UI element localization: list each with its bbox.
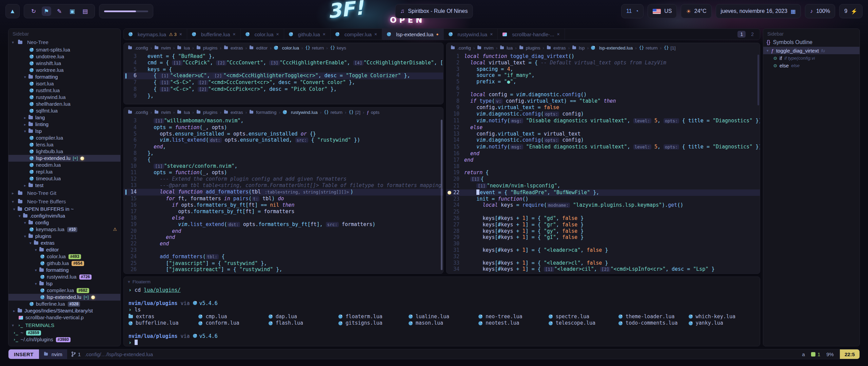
tree-item[interactable]: compiler.lua#682 [8, 287, 120, 294]
tree-item[interactable]: compiler.lua [8, 135, 120, 141]
tree-item[interactable]: undotree.lua [8, 53, 120, 60]
code-area[interactable]: 3 [1]"williamboman/mason.nvim",4 opts = … [124, 117, 443, 273]
listed-file[interactable]: extras [129, 313, 195, 320]
tab-compiler.lua[interactable]: compiler.lua× [331, 29, 382, 40]
listed-file[interactable]: gitsigns.lua [338, 320, 405, 326]
tree-item[interactable]: rustywind.lua#726 [8, 273, 120, 280]
listed-file[interactable]: bufferline.lua [129, 320, 195, 326]
code-line[interactable]: 25 [447, 209, 760, 215]
listed-file[interactable]: floaterm.lua [338, 313, 405, 320]
code-line[interactable]: 7 local config = vim.diagnostic.config() [447, 92, 760, 98]
tab-page-1[interactable]: 1 [737, 31, 746, 38]
tree-item[interactable]: isort.lua [8, 80, 120, 87]
code-area[interactable]: 1local function toggle_diag_virtext()2 l… [447, 53, 760, 273]
command-line[interactable] [8, 359, 860, 366]
breadcrumb-segment[interactable]: {}return [305, 45, 324, 50]
tree-item[interactable]: smart-splits.lua [8, 46, 120, 53]
code-line[interactable]: 7 end, [124, 144, 443, 150]
breadcrumb-segment[interactable]: {}return [324, 110, 342, 115]
code-line[interactable]: 7 { [1]"<S-C>", [2]"<cmd>CccConvert<cr>"… [124, 79, 443, 86]
code-line[interactable]: 17 opts.formatters_by_ft[ft] = formatter… [124, 208, 443, 215]
flag-icon[interactable]: ⚑ [42, 6, 51, 16]
keyboard-layout-pill[interactable]: US [648, 4, 677, 18]
breadcrumb-segment[interactable]: plugins [519, 45, 540, 50]
file-icon[interactable]: ▤ [80, 6, 90, 16]
listed-file[interactable]: which-key.lua [689, 313, 755, 320]
code-line[interactable]: 23 init = function() [447, 196, 760, 202]
breadcrumb-segment[interactable]: {}keys [330, 45, 346, 50]
code-line[interactable]: 19return { [447, 169, 760, 176]
code-line[interactable]: 27 keys[#keys + 1] = { "gr", false } [447, 222, 760, 228]
tab-keymaps.lua[interactable]: keymaps.lua⚠ 3× [124, 29, 187, 40]
tree-item[interactable]: ▸linting [8, 121, 120, 128]
breadcrumb-segment[interactable]: nvim [154, 45, 171, 50]
code-line[interactable]: 4 source = "if_many", [447, 72, 760, 79]
tree-item[interactable]: ▾extras [8, 240, 120, 246]
tree-item[interactable]: scrollbar-handle-vertical.p [8, 314, 120, 321]
breadcrumb-segment[interactable]: {}[2] [349, 110, 360, 115]
breadcrumb-segment[interactable]: plugins [196, 110, 218, 115]
code-line[interactable]: 31 keys[#keys + 1] = { "<leader>ca", fal… [447, 247, 760, 253]
code-line[interactable]: 22 end [124, 241, 443, 247]
listed-file[interactable]: yanky.lua [689, 320, 755, 326]
breadcrumb-segment[interactable]: {}[1] [664, 45, 675, 50]
breadcrumb-segment[interactable]: .config [128, 110, 148, 115]
volume-pill[interactable]: ♪ 100% [805, 4, 835, 18]
listed-file[interactable]: todo-comments.lua [618, 320, 685, 326]
close-icon[interactable]: × [557, 32, 560, 37]
close-icon[interactable]: × [276, 32, 279, 37]
tree-item[interactable]: ▾lsp [8, 128, 120, 135]
close-icon[interactable]: × [374, 32, 377, 37]
tree-item[interactable]: github.lua#654 [8, 260, 120, 267]
code-line[interactable]: 27 ["typescript"] = { "rustywind" }, [124, 273, 443, 273]
code-line[interactable]: 8 }, [124, 150, 443, 157]
updates-pill[interactable]: 11 ◔ [621, 4, 644, 18]
tab-indicator[interactable]: 1 [811, 351, 820, 357]
git-branch-segment[interactable]: 1 [67, 351, 85, 357]
tree-item[interactable]: neodim.lua [8, 162, 120, 168]
breadcrumb-segment[interactable]: nvim [477, 45, 494, 50]
edit-icon[interactable]: ✎ [55, 6, 64, 16]
tree-item[interactable]: ▸Juegos/Indies/SteamLibrary/st [8, 307, 120, 314]
code-line[interactable]: 15 for ft, formatters in pairs(t: tbl) d… [124, 196, 443, 202]
terminal-output[interactable]: › cd lua/plugins/nvim/lua/plugins via v5… [124, 286, 760, 346]
code-line[interactable]: 3 spacing = 4, [447, 66, 760, 73]
floaterm-pane[interactable]: ▾ Floaterm › cd lua/plugins/nvim/lua/plu… [123, 277, 760, 346]
code-line[interactable]: 19 vim.list_extend(dst: opts.formatters_… [124, 221, 443, 228]
code-line[interactable]: 6 vim.list_extend(dst: opts.ensure_insta… [124, 137, 443, 144]
listed-file[interactable]: flash.lua [269, 320, 335, 326]
code-line[interactable]: 14 local function add_formatters(tbl :ta… [124, 189, 443, 196]
tree-item[interactable]: lens.lua [8, 141, 120, 148]
code-line[interactable]: 13 ---@param tbl table<string, conform.F… [124, 182, 443, 189]
tree-item[interactable]: ›_~/.c/n/l/plugins#3980 [8, 336, 120, 343]
breadcrumb-segment[interactable]: lsp-extended.lua [591, 45, 633, 50]
breadcrumb-segment[interactable]: lua [177, 110, 190, 115]
code-line[interactable]: 8 { [1]"<C-c>", [2]"<cmd>CccPick<cr>", d… [124, 86, 443, 93]
tree-item[interactable]: lsp-extended.lu[+] [8, 155, 120, 162]
project-segment[interactable]: nvim [39, 349, 67, 359]
code-line[interactable]: 16 if opts.formatters_by_ft[ft] == nil t… [124, 202, 443, 208]
listed-file[interactable]: dap.lua [269, 313, 335, 320]
battery-pill[interactable]: 9 ⚡ [839, 4, 863, 18]
code-line[interactable]: 10 vim.diagnostic.config(opts: config) [447, 111, 760, 118]
code-line[interactable]: 20 end [124, 228, 443, 235]
code-line[interactable]: 5 prefix = "●", [447, 79, 760, 85]
code-line[interactable]: 33 keys[#keys + 1] = { "<leader>cl", fal… [447, 260, 760, 266]
code-line[interactable]: 9 }, [124, 93, 443, 99]
outline-item-toggle_diag_virtext[interactable]: ▾ƒtoggle_diag_virtextfu [763, 47, 860, 54]
breadcrumb-segment[interactable]: .config [451, 45, 471, 50]
code-line[interactable]: 12 else [447, 124, 760, 131]
code-line[interactable]: 3 [1]"williamboman/mason.nvim", [124, 118, 443, 124]
breadcrumb-segment[interactable]: extras [224, 45, 243, 50]
windows-icon[interactable]: ▣ [67, 6, 77, 16]
close-icon[interactable]: × [233, 32, 236, 37]
code-line[interactable]: 11 vim.notify(msg: "Disable diagnostics … [447, 118, 760, 124]
code-line[interactable]: 18 [447, 163, 760, 170]
code-line[interactable]: 28 keys[#keys + 1] = { "gy", false } [447, 228, 760, 235]
breadcrumb-segment[interactable]: color.lua [274, 45, 299, 50]
tree-item[interactable]: repl.lua [8, 168, 120, 175]
tree-item[interactable]: ▾editor [8, 246, 120, 253]
symbols-outline-header[interactable]: {} Symbols Outline [763, 38, 860, 47]
tree-item[interactable]: lightbulb.lua [8, 148, 120, 155]
refresh-icon[interactable]: ↻ [29, 6, 38, 16]
